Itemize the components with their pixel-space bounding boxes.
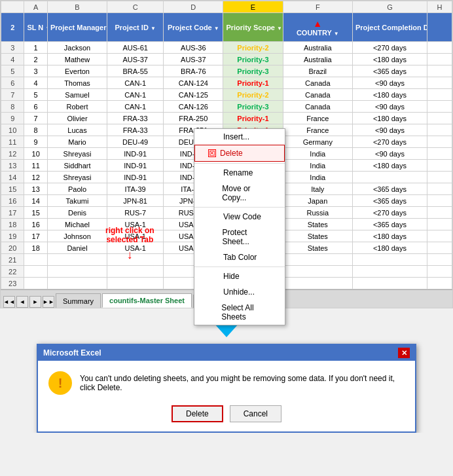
cell-priority: Priority-3	[223, 101, 283, 113]
cell-completion: <270 days	[352, 136, 427, 148]
menu-item-label: Tab Color	[223, 253, 257, 262]
cell-sl: 10	[24, 148, 47, 160]
cell-sl: 17	[24, 230, 47, 242]
tab-summary[interactable]: Summary	[56, 293, 101, 308]
cell-manager: Mathew	[47, 54, 107, 65]
cell-code: CAN-124	[164, 77, 223, 89]
table-row: 42MathewAUS-37AUS-37Priority-3Australia<…	[1, 54, 452, 65]
cell-id: AUS-37	[107, 54, 164, 65]
menu-item-select-all[interactable]: Select All Sheets	[194, 300, 285, 325]
header-sl[interactable]: SL N ▼	[24, 13, 47, 42]
cell-code: CAN-125	[164, 89, 223, 101]
tab-nav-last[interactable]: ►►	[43, 296, 54, 308]
header-id[interactable]: Project ID ▼	[107, 13, 164, 42]
cell-h	[427, 65, 452, 77]
row-number: 4	[1, 54, 24, 65]
col-letter-rownum	[1, 1, 24, 13]
dialog-delete-button[interactable]: Delete	[172, 405, 223, 422]
header-completion[interactable]: Project Completion Days ▼	[352, 13, 427, 42]
cell-id: IND-91	[107, 160, 164, 172]
menu-separator	[194, 266, 285, 267]
cell-manager: Denis	[47, 207, 107, 219]
cell-country: Russia	[283, 207, 352, 219]
header-code[interactable]: Project Code ▼	[164, 13, 223, 42]
cell-h	[427, 89, 452, 101]
cell-country: India	[283, 172, 352, 183]
cell-sl: 5	[24, 89, 47, 101]
menu-item-unhide[interactable]: Unhide...	[194, 284, 285, 300]
row-number: 14	[1, 172, 24, 183]
cell-country: Australia	[283, 54, 352, 65]
cell-completion: <180 days	[352, 160, 427, 172]
table-row: 97OlivierFRA-33FRA-250Priority-1France<1…	[1, 113, 452, 124]
cell-h	[427, 124, 452, 136]
cell-manager: Olivier	[47, 113, 107, 124]
menu-item-delete[interactable]: ✕Delete	[194, 145, 285, 162]
header-priority[interactable]: Priority Scope ▼	[223, 13, 283, 42]
cell-completion: <180 days	[352, 230, 427, 242]
cell-sl: 11	[24, 160, 47, 172]
table-row: 31JacksonAUS-61AUS-36Priority-2Australia…	[1, 42, 452, 54]
cell-country: Italy	[283, 183, 352, 195]
dialog-close-button[interactable]: ✕	[398, 348, 410, 358]
dialog-buttons: Delete Cancel	[38, 400, 415, 431]
cell-manager: Johnson	[47, 230, 107, 242]
col-letter-a: A	[24, 1, 47, 13]
table-header-row: 2 SL N ▼ Project Manager ▼ Project ID ▼ …	[1, 13, 452, 42]
header-manager[interactable]: Project Manager ▼	[47, 13, 107, 42]
cell-id: AUS-61	[107, 42, 164, 54]
cell-completion: <180 days	[352, 89, 427, 101]
cell-country: Germany	[283, 136, 352, 148]
cell-code: AUS-36	[164, 42, 223, 54]
excel-dialog: Microsoft Excel ✕ ! You can't undo delet…	[37, 344, 416, 433]
header-country[interactable]: ▲COUNTRY ▼	[283, 13, 352, 42]
menu-item-label: Select All Sheets	[221, 303, 272, 321]
tab-nav-next[interactable]: ►	[29, 296, 41, 308]
col-letter-b: B	[47, 1, 107, 13]
menu-item-label: Unhide...	[223, 287, 255, 297]
cell-manager: Siddhart	[47, 160, 107, 172]
dialog-cancel-button[interactable]: Cancel	[230, 405, 281, 422]
cell-id: JPN-81	[107, 195, 164, 207]
table-row: 64ThomasCAN-1CAN-124Priority-1Canada<90 …	[1, 77, 452, 89]
cell-id: FRA-33	[107, 124, 164, 136]
cell-sl: 9	[24, 136, 47, 148]
col-letter-h: H	[427, 1, 452, 13]
cell-country: Australia	[283, 42, 352, 54]
cell-h	[427, 54, 452, 65]
cell-completion: <365 days	[352, 65, 427, 77]
cell-h	[427, 101, 452, 113]
cell-id: CAN-1	[107, 101, 164, 113]
cell-h	[427, 172, 452, 183]
menu-item-insert[interactable]: Insert...	[194, 129, 285, 145]
cell-completion: <365 days	[352, 219, 427, 230]
cell-sl: 14	[24, 195, 47, 207]
cell-sl: 7	[24, 113, 47, 124]
cell-manager: Jackson	[47, 42, 107, 54]
menu-item-view-code[interactable]: View Code	[194, 209, 285, 225]
cell-id: USA-1	[107, 230, 164, 242]
menu-item-protect[interactable]: Protect Sheet...	[194, 225, 285, 249]
menu-item-hide[interactable]: Hide	[194, 268, 285, 284]
cell-sl: 12	[24, 172, 47, 183]
tab-nav-first[interactable]: ◄◄	[3, 296, 15, 308]
tab-nav-prev[interactable]: ◄	[16, 296, 28, 308]
tab-countifs[interactable]: countifs-Master Sheet	[102, 293, 192, 308]
cell-id: IND-91	[107, 148, 164, 160]
cell-code: CAN-126	[164, 101, 223, 113]
row-number: 15	[1, 183, 24, 195]
context-menu: Insert...✕DeleteRenameMove or Copy...Vie…	[194, 128, 285, 325]
cell-sl: 1	[24, 42, 47, 54]
menu-item-label: Insert...	[223, 132, 249, 141]
cell-code: BRA-76	[164, 65, 223, 77]
menu-item-tab-color[interactable]: Tab Color	[194, 249, 285, 265]
row-number: 3	[1, 42, 24, 54]
delete-icon: ✕	[208, 149, 216, 157]
cell-country: India	[283, 148, 352, 160]
cell-sl: 4	[24, 77, 47, 89]
menu-item-rename[interactable]: Rename	[194, 165, 285, 181]
menu-item-move-copy[interactable]: Move or Copy...	[194, 181, 285, 206]
row-number: 12	[1, 148, 24, 160]
row-number: 20	[1, 242, 24, 254]
cell-completion: <180 days	[352, 54, 427, 65]
